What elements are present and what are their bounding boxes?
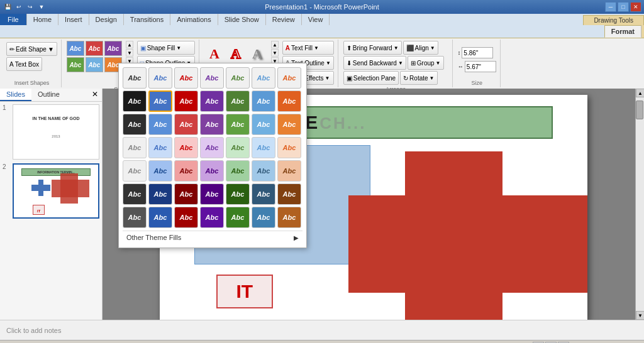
styles-scroll-down[interactable]: ▼ bbox=[126, 49, 133, 57]
style-cell-r3c1[interactable]: Abc bbox=[123, 114, 147, 135]
swatch-red[interactable]: Abc bbox=[86, 41, 103, 56]
style-cell-r5c3[interactable]: Abc bbox=[174, 160, 198, 182]
rotate-dropdown[interactable]: ▼ bbox=[430, 75, 435, 81]
height-input[interactable] bbox=[462, 47, 493, 58]
style-cell-r2c7[interactable]: Abc bbox=[277, 90, 301, 112]
close-btn[interactable]: ✕ bbox=[630, 2, 641, 12]
style-cell-r4c4[interactable]: Abc bbox=[200, 137, 224, 158]
style-cell-r6c3[interactable]: Abc bbox=[174, 183, 198, 205]
style-cell-r5c5[interactable]: Abc bbox=[226, 160, 250, 182]
tab-format[interactable]: Format bbox=[604, 25, 641, 38]
style-cell-r5c7[interactable]: Abc bbox=[277, 160, 301, 182]
tab-animations[interactable]: Animations bbox=[170, 14, 218, 25]
minimize-btn[interactable]: ─ bbox=[605, 2, 616, 12]
swatch-green[interactable]: Abc bbox=[67, 57, 84, 72]
group-dropdown[interactable]: ▼ bbox=[436, 60, 441, 66]
tab-home[interactable]: Home bbox=[27, 14, 58, 25]
style-cell-r4c2[interactable]: Abc bbox=[148, 137, 172, 158]
style-cell-r4c6[interactable]: Abc bbox=[252, 137, 275, 158]
style-cell-r6c2[interactable]: Abc bbox=[148, 183, 172, 205]
tab-file[interactable]: File bbox=[0, 14, 27, 25]
style-cell-r3c2[interactable]: Abc bbox=[148, 114, 172, 135]
save-quick-btn[interactable]: 💾 bbox=[3, 2, 13, 12]
tab-slideshow[interactable]: Slide Show bbox=[218, 14, 266, 25]
style-cell-r6c6[interactable]: Abc bbox=[252, 183, 275, 205]
style-cell-r6c1[interactable]: Abc bbox=[123, 183, 147, 205]
other-themes-btn[interactable]: Other Theme Fills ▶ bbox=[123, 231, 303, 244]
edit-shape-dropdown[interactable]: ▼ bbox=[48, 46, 54, 53]
width-input[interactable] bbox=[465, 61, 496, 72]
outline-tab[interactable]: Outline bbox=[31, 89, 66, 101]
style-cell-r1c1[interactable]: Abc bbox=[123, 67, 147, 89]
tab-transitions[interactable]: Transitions bbox=[124, 14, 170, 25]
slide-1-preview[interactable]: IN THE NAME OF GOD 2013 bbox=[13, 104, 99, 160]
style-cell-r1c5[interactable]: Abc bbox=[226, 67, 250, 89]
text-fill-dropdown[interactable]: ▼ bbox=[314, 45, 319, 51]
send-backward-dropdown[interactable]: ▼ bbox=[398, 60, 403, 66]
restore-btn[interactable]: □ bbox=[618, 2, 629, 12]
style-cell-r6c5[interactable]: Abc bbox=[226, 183, 250, 205]
style-cell-r3c6[interactable]: Abc bbox=[252, 114, 275, 135]
style-cell-r6c7[interactable]: Abc bbox=[277, 183, 301, 205]
style-cell-r5c2[interactable]: Abc bbox=[148, 160, 172, 182]
style-cell-r3c3[interactable]: Abc bbox=[174, 114, 198, 135]
undo-quick-btn[interactable]: ↩ bbox=[14, 2, 24, 12]
scroll-thumb[interactable] bbox=[636, 101, 643, 119]
scroll-down-btn[interactable]: ▼ bbox=[636, 311, 644, 320]
style-cell-r2c4[interactable]: Abc bbox=[200, 90, 224, 112]
style-cell-r4c5[interactable]: Abc bbox=[226, 137, 250, 158]
style-cell-r4c1[interactable]: Abc bbox=[123, 137, 147, 158]
style-cell-r1c3[interactable]: Abc bbox=[174, 67, 198, 89]
wordart-scroll-up[interactable]: ▲ bbox=[271, 41, 279, 48]
tab-design[interactable]: Design bbox=[89, 14, 124, 25]
style-cell-r2c3[interactable]: Abc bbox=[174, 90, 198, 112]
style-cell-r3c7[interactable]: Abc bbox=[277, 114, 301, 135]
style-cell-r1c2[interactable]: Abc bbox=[148, 67, 172, 89]
tab-insert[interactable]: Insert bbox=[58, 14, 89, 25]
style-cell-r2c1[interactable]: Abc bbox=[123, 90, 147, 112]
style-cell-r7c1[interactable]: Abc bbox=[123, 207, 147, 228]
style-cell-r7c3[interactable]: Abc bbox=[174, 207, 198, 228]
align-btn[interactable]: ⬛ Align ▼ bbox=[403, 41, 438, 55]
align-dropdown[interactable]: ▼ bbox=[430, 45, 435, 51]
text-fill-btn[interactable]: A Text Fill ▼ bbox=[282, 41, 334, 55]
scroll-up-btn[interactable]: ▲ bbox=[636, 89, 644, 97]
wordart-scroll-down[interactable]: ▼ bbox=[271, 49, 279, 57]
slide-2-preview[interactable]: INFORMATION TERMIN... IT bbox=[13, 163, 99, 219]
style-cell-r2c5[interactable]: Abc bbox=[226, 90, 250, 112]
swatch-purple[interactable]: Abc bbox=[104, 41, 122, 56]
edit-shape-btn[interactable]: ✏ Edit Shape ▼ bbox=[6, 42, 57, 56]
style-cell-r7c7[interactable]: Abc bbox=[277, 207, 301, 228]
slides-panel-close[interactable]: ✕ bbox=[88, 89, 102, 101]
style-cell-r5c6[interactable]: Abc bbox=[252, 160, 275, 182]
style-cell-r4c7[interactable]: Abc bbox=[277, 137, 301, 158]
notes-area[interactable]: Click to add notes bbox=[0, 320, 644, 340]
styles-scroll-up[interactable]: ▲ bbox=[126, 41, 133, 48]
bring-forward-dropdown[interactable]: ▼ bbox=[394, 45, 399, 51]
shape-fill-dropdown[interactable]: ▼ bbox=[176, 45, 181, 51]
slides-tab[interactable]: Slides bbox=[0, 89, 31, 101]
style-cell-r7c6[interactable]: Abc bbox=[252, 207, 275, 228]
text-effects-dropdown[interactable]: ▼ bbox=[325, 75, 330, 81]
tab-view[interactable]: View bbox=[302, 14, 330, 25]
swatch-lightblue[interactable]: Abc bbox=[86, 57, 103, 72]
style-cell-r1c7[interactable]: Abc bbox=[277, 67, 301, 89]
style-cell-r5c4[interactable]: Abc bbox=[200, 160, 224, 182]
redo-quick-btn[interactable]: ↪ bbox=[25, 2, 35, 12]
customize-quick-btn[interactable]: ▼ bbox=[36, 2, 47, 12]
style-cell-r7c4[interactable]: Abc bbox=[200, 207, 224, 228]
selection-pane-btn[interactable]: ▣ Selection Pane bbox=[343, 71, 399, 85]
style-cell-r5c1[interactable]: Abc bbox=[123, 160, 147, 182]
style-cell-r7c5[interactable]: Abc bbox=[226, 207, 250, 228]
tab-review[interactable]: Review bbox=[266, 14, 302, 25]
bring-forward-btn[interactable]: ⬆ Bring Forward ▼ bbox=[343, 41, 402, 55]
style-cell-r6c4[interactable]: Abc bbox=[200, 183, 224, 205]
text-outline-dropdown[interactable]: ▼ bbox=[326, 60, 331, 66]
rotate-btn[interactable]: ↻ Rotate ▼ bbox=[400, 71, 437, 85]
style-cell-r7c2[interactable]: Abc bbox=[148, 207, 172, 228]
style-cell-r1c4[interactable]: Abc bbox=[200, 67, 224, 89]
swatch-blue[interactable]: Abc bbox=[67, 41, 84, 56]
group-btn[interactable]: ⊞ Group ▼ bbox=[408, 56, 444, 70]
shape-fill-btn[interactable]: ▣ Shape Fill ▼ bbox=[137, 41, 195, 55]
style-cell-r2c2[interactable]: Abc bbox=[148, 90, 172, 112]
